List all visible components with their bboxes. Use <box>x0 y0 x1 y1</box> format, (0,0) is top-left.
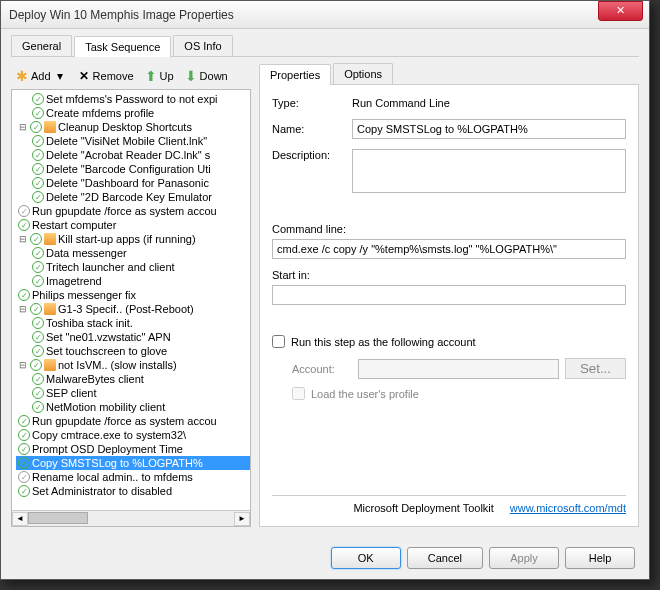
apply-button[interactable]: Apply <box>489 547 559 569</box>
tree-item[interactable]: Toshiba stack init. <box>30 316 250 330</box>
check-icon <box>32 401 44 413</box>
add-button[interactable]: ✱ Add ▾ <box>11 67 71 85</box>
tree-item[interactable]: Delete "VisiNet Mobile Client.lnk" <box>30 134 250 148</box>
tree-group[interactable]: ⊟G1-3 Specif.. (Post-Reboot) <box>16 302 250 316</box>
properties-panel: Type: Run Command Line Name: Description… <box>259 85 639 527</box>
tree-item[interactable]: Delete "Barcode Configuration Uti <box>30 162 250 176</box>
collapse-icon[interactable]: ⊟ <box>18 234 28 244</box>
scroll-thumb[interactable] <box>28 512 88 524</box>
tree-label: Run gpupdate /force as system accou <box>32 415 217 427</box>
tree-label: Imagetrend <box>46 275 102 287</box>
tree-item[interactable]: Set touchscreen to glove <box>30 344 250 358</box>
tab-general[interactable]: General <box>11 35 72 56</box>
arrow-up-icon: ⬆ <box>144 69 158 83</box>
check-icon <box>18 429 30 441</box>
check-icon <box>18 289 30 301</box>
tree-item[interactable]: Set mfdems's Password to not expi <box>30 92 250 106</box>
up-label: Up <box>160 70 174 82</box>
tree-group[interactable]: ⊟Kill start-up apps (if running) <box>16 232 250 246</box>
collapse-icon[interactable]: ⊟ <box>18 122 28 132</box>
tree-group[interactable]: ⊟Cleanup Desktop Shortcuts <box>16 120 250 134</box>
brand-label: Microsoft Deployment Toolkit <box>353 502 493 514</box>
tree-item[interactable]: Data messenger <box>30 246 250 260</box>
check-icon <box>32 275 44 287</box>
check-icon <box>32 331 44 343</box>
commandline-input[interactable] <box>272 239 626 259</box>
help-button[interactable]: Help <box>565 547 635 569</box>
check-icon <box>32 135 44 147</box>
tree-group[interactable]: ⊟not IsVM.. (slow installs) <box>16 358 250 372</box>
scroll-right-button[interactable]: ► <box>234 512 250 526</box>
dialog-buttons: OK Cancel Apply Help <box>331 547 635 569</box>
folder-icon <box>44 121 56 133</box>
remove-button[interactable]: ✕ Remove <box>73 67 138 85</box>
tree-item[interactable]: Prompt OSD Deployment Time <box>16 442 250 456</box>
collapse-icon[interactable]: ⊟ <box>18 304 28 314</box>
check-icon <box>18 443 30 455</box>
tree-label: Delete "2D Barcode Key Emulator <box>46 191 212 203</box>
tab-options[interactable]: Options <box>333 63 393 84</box>
tree-label: not IsVM.. (slow installs) <box>58 359 177 371</box>
remove-icon: ✕ <box>77 69 91 83</box>
task-tree[interactable]: Set mfdems's Password to not expi Create… <box>12 90 250 510</box>
check-icon <box>18 415 30 427</box>
tree-label: Delete "Barcode Configuration Uti <box>46 163 211 175</box>
up-button[interactable]: ⬆ Up <box>140 67 178 85</box>
cancel-button[interactable]: Cancel <box>407 547 483 569</box>
tree-label: NetMotion mobility client <box>46 401 165 413</box>
tree-item[interactable]: Set Administrator to disabled <box>16 484 250 498</box>
close-icon: ✕ <box>616 4 625 17</box>
set-account-button: Set... <box>565 358 626 379</box>
tree-label: G1-3 Specif.. (Post-Reboot) <box>58 303 194 315</box>
tree-item-selected[interactable]: Copy SMSTSLog to %LOGPATH% <box>16 456 250 470</box>
tab-properties[interactable]: Properties <box>259 64 331 85</box>
tree-label: Rename local admin.. to mfdems <box>32 471 193 483</box>
type-label: Type: <box>272 97 352 109</box>
tree-item[interactable]: Copy cmtrace.exe to system32\ <box>16 428 250 442</box>
down-button[interactable]: ⬇ Down <box>180 67 232 85</box>
check-icon <box>18 219 30 231</box>
scroll-track[interactable] <box>28 512 234 526</box>
window: Deploy Win 10 Memphis Image Properties ✕… <box>0 0 650 580</box>
tab-os-info[interactable]: OS Info <box>173 35 232 56</box>
tree-item[interactable]: MalwareBytes client <box>30 372 250 386</box>
tree-item[interactable]: Delete "Dashboard for Panasonic <box>30 176 250 190</box>
tree-item[interactable]: Imagetrend <box>30 274 250 288</box>
tree-item[interactable]: Set "ne01.vzwstatic" APN <box>30 330 250 344</box>
check-icon <box>30 303 42 315</box>
tree-item[interactable]: Tritech launcher and client <box>30 260 250 274</box>
close-button[interactable]: ✕ <box>598 1 643 21</box>
account-label: Account: <box>292 363 352 375</box>
tree-item[interactable]: Delete "Acrobat Reader DC.lnk" s <box>30 148 250 162</box>
mdt-link[interactable]: www.microsoft.com/mdt <box>510 502 626 514</box>
tab-task-sequence[interactable]: Task Sequence <box>74 36 171 57</box>
tree-item[interactable]: NetMotion mobility client <box>30 400 250 414</box>
tree-item[interactable]: Restart computer <box>16 218 250 232</box>
collapse-icon[interactable]: ⊟ <box>18 360 28 370</box>
name-input[interactable] <box>352 119 626 139</box>
tree-item[interactable]: Create mfdems profile <box>30 106 250 120</box>
tree-label: Delete "Acrobat Reader DC.lnk" s <box>46 149 210 161</box>
tree-label: Set mfdems's Password to not expi <box>46 93 217 105</box>
check-icon <box>32 387 44 399</box>
run-as-checkbox[interactable] <box>272 335 285 348</box>
load-profile-label: Load the user's profile <box>311 388 419 400</box>
description-input[interactable] <box>352 149 626 193</box>
scroll-left-button[interactable]: ◄ <box>12 512 28 526</box>
add-label: Add <box>31 70 51 82</box>
ok-button[interactable]: OK <box>331 547 401 569</box>
horizontal-scrollbar[interactable]: ◄ ► <box>12 510 250 526</box>
tree-item[interactable]: Run gpupdate /force as system accou <box>16 414 250 428</box>
tree-item[interactable]: SEP client <box>30 386 250 400</box>
down-label: Down <box>200 70 228 82</box>
tree-item[interactable]: Run gpupdate /force as system accou <box>16 204 250 218</box>
startin-input[interactable] <box>272 285 626 305</box>
tree-item[interactable]: Philips messenger fix <box>16 288 250 302</box>
tree-item[interactable]: Rename local admin.. to mfdems <box>16 470 250 484</box>
type-value: Run Command Line <box>352 97 626 109</box>
tree-container: Set mfdems's Password to not expi Create… <box>11 89 251 527</box>
check-icon <box>32 149 44 161</box>
check-icon <box>30 121 42 133</box>
tree-label: Set "ne01.vzwstatic" APN <box>46 331 171 343</box>
tree-item[interactable]: Delete "2D Barcode Key Emulator <box>30 190 250 204</box>
